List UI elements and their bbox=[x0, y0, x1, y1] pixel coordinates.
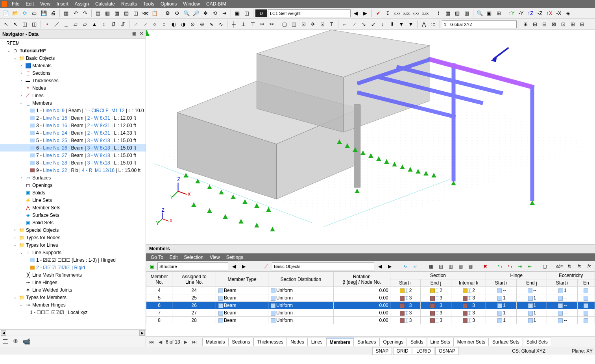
t30[interactable]: ◫ bbox=[290, 20, 298, 29]
t4[interactable]: ◫ bbox=[30, 20, 39, 29]
tab-members[interactable]: Members bbox=[326, 338, 354, 346]
table-row[interactable]: 828BeamUniform0.00⌶ 3⌶ 3⌶ 311-- bbox=[146, 317, 595, 324]
last-icon[interactable]: ⏭ bbox=[191, 339, 198, 345]
c3-icon[interactable]: ▥ bbox=[462, 9, 471, 18]
dim-icon[interactable]: x.xx bbox=[393, 9, 401, 18]
t11[interactable]: ↕ bbox=[100, 20, 108, 29]
t22[interactable]: ∿ bbox=[207, 20, 216, 29]
scroll-right-icon[interactable]: ▶ bbox=[139, 330, 145, 336]
nav-scrollbar[interactable]: ◀ ▶ bbox=[0, 329, 146, 336]
menu-view[interactable]: View bbox=[37, 0, 54, 7]
tree-typeslines[interactable]: ⌄📁Types for Lines bbox=[0, 241, 146, 249]
t21[interactable]: ⊚ bbox=[198, 20, 206, 29]
menu-insert[interactable]: Insert bbox=[54, 0, 72, 7]
menu-window[interactable]: Window bbox=[180, 0, 203, 7]
grid-tab[interactable]: GRID bbox=[393, 347, 412, 355]
menu-options[interactable]: Options bbox=[157, 0, 180, 7]
axis-z-icon[interactable]: ↑Z bbox=[526, 9, 535, 18]
tm-view[interactable]: View bbox=[207, 254, 223, 261]
snap-tab[interactable]: SNAP bbox=[372, 347, 392, 355]
new-icon[interactable]: 📄 bbox=[2, 9, 10, 18]
combo-next-icon[interactable]: ▶ bbox=[361, 9, 370, 18]
t15[interactable]: ⟋ bbox=[141, 20, 150, 29]
rotate-icon[interactable]: ⟲ bbox=[211, 9, 219, 18]
tree-root[interactable]: ⋯RFEM bbox=[0, 39, 146, 47]
t39[interactable]: ↓ bbox=[378, 20, 387, 29]
tree-mh1[interactable]: 1 - ☐☐☐ ☑☑☑ | Local xyz bbox=[0, 309, 146, 316]
tree-thicknesses[interactable]: ›▬Thicknesses bbox=[0, 77, 146, 84]
tree-members[interactable]: ⌄⎯Members bbox=[0, 99, 146, 107]
tree-typesnodes[interactable]: ›📁Types for Nodes bbox=[0, 234, 146, 241]
t13[interactable]: ⇵ bbox=[118, 20, 127, 29]
tt13[interactable]: ab≡ bbox=[555, 262, 564, 271]
tm-settings[interactable]: Settings bbox=[223, 254, 246, 261]
t41[interactable]: ▼ bbox=[397, 20, 406, 29]
tt6[interactable]: ▦ bbox=[456, 262, 465, 271]
tab-openings[interactable]: Openings bbox=[380, 338, 407, 346]
tt11[interactable]: ⇤ bbox=[525, 262, 534, 271]
close-icon[interactable]: ✕ bbox=[139, 31, 144, 36]
c2-icon[interactable]: ▨ bbox=[453, 9, 462, 18]
calc-icon[interactable]: ⚙ bbox=[163, 9, 172, 18]
dim2-icon[interactable]: x.xx bbox=[402, 9, 411, 18]
t36[interactable]: ⟋ bbox=[350, 20, 358, 29]
table-row[interactable]: 727BeamUniform0.00⌶ 3⌶ 3⌶ 311-- bbox=[146, 309, 595, 317]
t10[interactable]: ▲ bbox=[90, 20, 99, 29]
next-icon[interactable]: ▶ bbox=[239, 262, 248, 271]
t46[interactable]: ⊞ bbox=[530, 20, 539, 29]
axis-nz-icon[interactable]: -Z bbox=[536, 9, 544, 18]
tree-member-9[interactable]: 9 - Line No. 22 | Rib | 4 - R_M1 12/16 |… bbox=[0, 166, 146, 174]
deform-icon[interactable]: ⌇ bbox=[434, 9, 443, 18]
t27[interactable]: ✂ bbox=[258, 20, 266, 29]
tab-sections[interactable]: Sections bbox=[228, 338, 253, 346]
3d-viewport[interactable]: X Y Z X Y Z bbox=[146, 30, 595, 244]
tree-member-2[interactable]: 2 - Line No. 15 | Beam | 2 - W 8x31 | L … bbox=[0, 114, 146, 122]
t47[interactable]: ⊟ bbox=[540, 20, 549, 29]
loadcase-combo[interactable]: LC1 Self-weight bbox=[268, 9, 351, 17]
tree-member-4[interactable]: 4 - Line No. 24 | Beam | 2 - W 8x31 | L … bbox=[0, 129, 146, 137]
tree-solids[interactable]: ▣Solids bbox=[0, 189, 146, 196]
t50[interactable]: ⊞ bbox=[568, 20, 577, 29]
t43[interactable]: ⋀ bbox=[419, 20, 428, 29]
struct-combo[interactable]: Structure bbox=[157, 262, 228, 270]
t48[interactable]: ⊠ bbox=[549, 20, 558, 29]
script-icon[interactable]: >SC bbox=[141, 9, 150, 18]
t40[interactable]: ⬇ bbox=[388, 20, 396, 29]
arrow-icon[interactable]: ➜ bbox=[220, 9, 229, 18]
t18[interactable]: ◐ bbox=[169, 20, 178, 29]
nav-display-icon[interactable]: 👁 bbox=[13, 338, 19, 345]
tt8[interactable]: ⮑ bbox=[496, 262, 504, 271]
undo-icon[interactable]: ↶ bbox=[71, 9, 80, 18]
tree-basic[interactable]: ⌄📁Basic Objects bbox=[0, 54, 146, 62]
tab-line-sets[interactable]: Line Sets bbox=[427, 338, 454, 346]
tree-member-3[interactable]: 3 - Line No. 16 | Beam | 2 - W 8x31 | L … bbox=[0, 122, 146, 129]
dim4-icon[interactable]: x.xx bbox=[421, 9, 430, 18]
tree-lwj[interactable]: ✶Line Welded Joints bbox=[0, 286, 146, 294]
t3[interactable]: ◫ bbox=[20, 20, 29, 29]
t44[interactable]: ::: bbox=[429, 20, 438, 29]
t9[interactable]: ▱ bbox=[81, 20, 89, 29]
prev2-icon[interactable]: ◀ bbox=[375, 262, 384, 271]
t51[interactable]: ⊟ bbox=[578, 20, 586, 29]
tab-materials[interactable]: Materials bbox=[202, 338, 229, 346]
tree-member-5[interactable]: 5 - Line No. 25 | Beam | 3 - W 8x18 | L … bbox=[0, 137, 146, 144]
t37[interactable]: ↘ bbox=[359, 20, 368, 29]
tt14[interactable]: fx bbox=[565, 262, 574, 271]
tree-lmr[interactable]: ╳Line Mesh Refinements bbox=[0, 271, 146, 279]
pin-icon[interactable]: ▣ bbox=[131, 31, 137, 36]
table-row[interactable]: 525BeamUniform0.00⌶ 3⌶ 3⌶ 311-- bbox=[146, 294, 595, 302]
tree-nodes[interactable]: •Nodes bbox=[0, 84, 146, 92]
tree-typesmembers[interactable]: ⌄📁Types for Members bbox=[0, 294, 146, 301]
t17[interactable]: ○ bbox=[160, 20, 168, 29]
tree-member-8[interactable]: 8 - Line No. 28 | Beam | 3 - W 8x18 | L … bbox=[0, 159, 146, 166]
solid-icon[interactable]: ▣ bbox=[233, 9, 242, 18]
first-icon[interactable]: ⏮ bbox=[148, 339, 155, 345]
tree-lh[interactable]: ⊸Line Hinges bbox=[0, 279, 146, 286]
basic-icon[interactable]: ／ bbox=[262, 262, 271, 271]
axis-ny-icon[interactable]: -Y bbox=[517, 9, 525, 18]
menu-edit[interactable]: Edit bbox=[22, 0, 37, 7]
save-icon[interactable]: 💾 bbox=[39, 9, 48, 18]
refresh-icon[interactable]: ⟳ bbox=[20, 9, 29, 18]
t42[interactable]: ▼ bbox=[407, 20, 415, 29]
t26[interactable]: ⊤ bbox=[248, 20, 257, 29]
